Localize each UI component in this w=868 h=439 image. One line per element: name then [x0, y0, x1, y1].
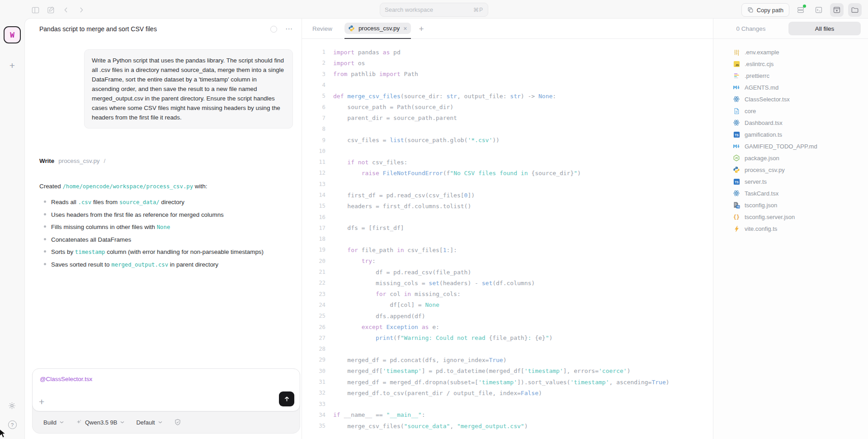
code-line: 29 merged_df = pd.concat(dfs, ignore_ind… — [302, 354, 713, 365]
sidebar-toggle-icon[interactable] — [31, 5, 40, 14]
copy-path-button[interactable]: Copy path — [741, 3, 789, 17]
bullet-dot — [44, 238, 46, 240]
line-number: 18 — [302, 236, 326, 242]
bullet-item: Concatenates all DataFrames — [39, 236, 293, 243]
file-row[interactable]: TSserver.ts — [713, 176, 868, 187]
code-line: 26 except Exception as e: — [302, 321, 713, 332]
line-number: 29 — [302, 357, 326, 363]
line-number: 23 — [302, 291, 326, 297]
code-line: 19 for file_path in csv_files[1:]: — [302, 244, 713, 255]
file-list: .env.exampleJS.eslintrc.cjs.prettierrcAG… — [713, 39, 868, 242]
copy-icon — [747, 7, 754, 13]
line-number: 1 — [302, 49, 326, 55]
code-line: 21 df = pd.read_csv(file_path) — [302, 267, 713, 277]
code-line: 20 try: — [302, 256, 713, 267]
send-button[interactable] — [279, 391, 294, 406]
workspace-rail: W + ? — [0, 20, 24, 439]
file-row[interactable]: process_csv.py — [713, 164, 868, 176]
file-row[interactable]: .env.example — [713, 46, 868, 58]
file-row[interactable]: AGENTS.md — [713, 81, 868, 93]
code-line: 3from pathlib import Path — [302, 69, 713, 80]
file-name: vite.config.ts — [745, 225, 777, 232]
files-header: 0 Changes All files — [713, 19, 868, 39]
forward-icon[interactable] — [77, 5, 86, 14]
code-line: 16 — [302, 211, 713, 222]
online-dot — [803, 5, 806, 8]
code-line: 12 raise FileNotFoundError(f"No CSV file… — [302, 167, 713, 178]
file-row[interactable]: {}tsconfig.server.json — [713, 211, 868, 223]
bullet-dot — [44, 263, 46, 265]
file-row[interactable]: .prettierrc — [713, 70, 868, 81]
sparkle-icon — [75, 419, 82, 425]
search-input[interactable] — [385, 6, 473, 13]
file-mention-chip[interactable]: @ClassSelector.tsx — [40, 376, 92, 382]
line-number: 14 — [302, 192, 326, 198]
code-line: 10 — [302, 146, 713, 157]
file-row[interactable]: JSpackage.json — [713, 152, 868, 164]
settings-gear-icon[interactable] — [8, 401, 17, 410]
code-line: 9 csv_files = list(source_path.glob('*.c… — [302, 134, 713, 145]
session-menu-icon[interactable]: ⋯ — [285, 25, 292, 33]
file-row[interactable]: TaskCard.tsx — [713, 187, 868, 199]
file-name: core — [745, 108, 756, 115]
line-number: 12 — [302, 170, 326, 176]
mode-select[interactable]: Build — [43, 419, 64, 426]
svg-text:TS: TS — [735, 133, 739, 136]
user-message: Write a Python script that uses the pand… — [84, 49, 293, 129]
code-line: 8 — [302, 124, 713, 134]
file-row[interactable]: ClassSelector.tsx — [713, 93, 868, 105]
file-row[interactable]: GAMIFIED_TODO_APP.md — [713, 140, 868, 152]
message-input[interactable]: @ClassSelector.tsx + — [32, 368, 300, 411]
tab-process-csv[interactable]: process_csv.py × — [344, 23, 411, 34]
code-line: 28 — [302, 344, 713, 354]
python-icon — [733, 166, 740, 173]
model-select[interactable]: Qwen3.5 9B — [75, 419, 125, 426]
terminal-button[interactable] — [812, 3, 826, 17]
close-tab-icon[interactable]: × — [403, 25, 407, 32]
bullet-dot — [44, 250, 46, 253]
add-workspace-button[interactable]: + — [9, 61, 15, 70]
tab-review[interactable]: Review — [312, 25, 332, 32]
new-tab-button[interactable]: + — [419, 24, 424, 33]
tab-all-files[interactable]: All files — [788, 22, 861, 35]
tool-call-write[interactable]: Write process_csv.py / — [39, 157, 293, 164]
ts-icon: TS — [733, 178, 740, 185]
code-line: 22 missing_cols = set(headers) - set(df.… — [302, 277, 713, 288]
file-row[interactable]: TSgamification.ts — [713, 129, 868, 140]
code-line: 34if __name__ == "__main__": — [302, 410, 713, 420]
code-line: 27 print(f"Warning: Could not read {file… — [302, 333, 713, 344]
line-number: 9 — [302, 137, 326, 143]
files-toggle-button[interactable] — [848, 3, 862, 17]
code-line: 25 dfs.append(df) — [302, 310, 713, 321]
back-icon[interactable] — [61, 5, 71, 14]
ts-icon: TS — [733, 131, 740, 138]
file-name: tsconfig.json — [745, 202, 777, 209]
file-row[interactable]: TStsconfig.json — [713, 199, 868, 211]
panel-toggle-button[interactable] — [830, 3, 844, 17]
tab-changes[interactable]: 0 Changes — [713, 25, 788, 32]
code-line: 30 merged_df['timestamp'] = pd.to_dateti… — [302, 366, 713, 377]
assistant-bullet-list: Reads all .csv files from source_data/ d… — [39, 199, 293, 268]
file-name: AGENTS.md — [745, 84, 778, 91]
file-row[interactable]: vite.config.ts — [713, 223, 868, 234]
line-number: 7 — [302, 115, 326, 121]
search-workspace-input[interactable]: ⌘P — [380, 3, 488, 17]
bullet-dot — [44, 225, 46, 228]
file-row[interactable]: Dashboard.tsx — [713, 117, 868, 129]
server-status-button[interactable] — [794, 3, 807, 17]
code-editor[interactable]: 1import pandas as pd2import os3from path… — [302, 39, 713, 439]
workspace-avatar[interactable]: W — [4, 26, 21, 43]
help-icon[interactable]: ? — [8, 420, 17, 429]
bullet-item: Reads all .csv files from source_data/ d… — [39, 199, 293, 205]
braces-icon: {} — [733, 213, 740, 220]
attach-button[interactable]: + — [39, 397, 44, 406]
file-row[interactable]: JS.eslintrc.cjs — [713, 58, 868, 70]
search-shortcut: ⌘P — [473, 7, 483, 13]
permissions-shield-icon[interactable] — [174, 419, 181, 426]
preset-select[interactable]: Default — [136, 419, 162, 426]
new-session-icon[interactable] — [46, 5, 55, 14]
session-status-icon[interactable] — [270, 26, 277, 33]
svg-text:TS: TS — [736, 206, 740, 208]
file-row[interactable]: core — [713, 105, 868, 117]
env-sliders-icon — [733, 48, 740, 56]
